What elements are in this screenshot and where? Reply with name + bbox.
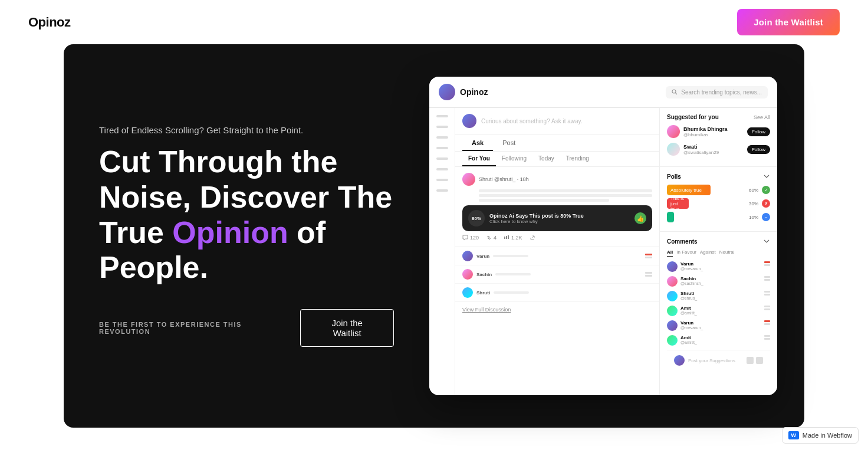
app-right-panel: Suggested for you See All Bhumika Dhingr… [659, 108, 777, 395]
suggested-name-1: Bhumika Dhingra [683, 126, 744, 132]
tab-post[interactable]: Post [493, 134, 525, 151]
follow-btn-1[interactable]: Follow [747, 127, 770, 136]
feed-tab-trending[interactable]: Trending [560, 152, 595, 166]
poll-dislike-icon-2: ✗ [762, 199, 770, 208]
suggested-avatar-1 [667, 125, 680, 138]
comment-count: 120 [470, 235, 479, 241]
poll-option-2[interactable]: This is just fake 30% ✗ [667, 198, 770, 209]
app-search-bar[interactable]: Search trending topics, news... [666, 86, 768, 99]
thread-item-2: Sachin [455, 265, 659, 284]
app-brand-name: Opinoz [460, 87, 488, 97]
suggested-user-2: Swati @swatisaliyan29 Follow [667, 143, 770, 156]
see-all-link[interactable]: See All [754, 114, 770, 120]
feed-tabs: For You Following Today Trending [455, 152, 659, 167]
share-action[interactable] [530, 235, 535, 241]
waitlist-button-header[interactable]: Join the Waitlist [737, 9, 840, 35]
comment-action[interactable]: 120 [462, 235, 479, 241]
header: Opinoz Join the Waitlist [0, 0, 868, 44]
feed-tab-for-you[interactable]: For You [462, 152, 496, 166]
comment-name-6: Amit [680, 335, 761, 340]
logo: Opinoz [28, 15, 71, 30]
poll-option-1[interactable]: Absolutely true 60% ✓ [667, 185, 770, 195]
waitlist-button-hero[interactable]: Join the Waitlist [300, 309, 394, 347]
comment-body-5: Varun @mevarun_ [680, 320, 761, 330]
svg-rect-3 [506, 236, 507, 239]
views-count: 1.2K [511, 235, 522, 241]
repost-action[interactable]: 4 [486, 235, 497, 241]
comment-tab-against[interactable]: Against [700, 248, 716, 257]
comment-name-3: Shruti [680, 291, 761, 296]
comment-body-4: Amit @amitit_ [680, 306, 761, 315]
comment-avatar-1 [667, 261, 678, 272]
hero-subtitle: Tired of Endless Scrolling? Get Straight… [99, 125, 394, 135]
comment-tab-infavour[interactable]: In Favour [676, 248, 696, 257]
suggested-info-1: Bhumika Dhingra @bhumikas [683, 126, 744, 137]
thread-line-3 [494, 291, 529, 294]
comments-collapse-icon[interactable] [763, 238, 770, 245]
thread-avatar-3 [462, 287, 473, 298]
suggested-handle-2: @swatisaliyan29 [683, 150, 744, 155]
view-discussion-link[interactable]: View Full Discussion [455, 302, 659, 317]
post-line-2 [479, 194, 652, 197]
comment-input-placeholder[interactable]: Post your Suggestions [688, 358, 743, 363]
svg-line-1 [676, 93, 678, 95]
sidebar-item-4 [436, 147, 448, 149]
hero-cta-row: BE THE FIRST TO EXPERIENCE THIS REVOLUTI… [99, 309, 394, 347]
vote-arrow-up-4 [764, 306, 770, 307]
app-sidebar [429, 108, 455, 395]
suggested-title: Suggested for you [667, 114, 719, 120]
poll-option-3[interactable]: 10% ~ [667, 212, 770, 222]
comment-avatar-2 [667, 276, 678, 287]
comment-avatar-6 [667, 335, 678, 346]
thumbs-up-icon: 👍 [634, 212, 646, 224]
thread-name-2: Sachin [476, 272, 492, 277]
comment-name-1: Varun [680, 261, 761, 267]
thread-name-1: Varun [476, 254, 489, 259]
comment-name-4: Amit [680, 306, 761, 311]
compose-area: Curious about something? Ask it away. [455, 108, 659, 134]
thread-line-2 [495, 273, 531, 275]
thread-item-3: Shruti [455, 284, 659, 302]
ai-badge[interactable]: 80% Opinoz Ai Says This post is 80% True… [462, 205, 652, 231]
post-meta: Shruti @shruti_ · 18h [479, 176, 529, 182]
feed-tab-today[interactable]: Today [532, 152, 560, 166]
webflow-icon: W [788, 431, 799, 439]
hero-title: Cut Through the Noise, Discover The True… [99, 145, 394, 285]
follow-btn-2[interactable]: Follow [747, 145, 770, 154]
app-header: Opinoz Search trending topics, news... [429, 77, 777, 108]
comment-tab-all[interactable]: All [667, 248, 673, 257]
sidebar-item-8 [436, 189, 448, 192]
compose-placeholder: Curious about something? Ask it away. [481, 118, 583, 124]
sidebar-item-3 [436, 136, 448, 139]
hero-left: Tired of Endless Scrolling? Get Straight… [99, 125, 394, 347]
vote-arrow-up-1 [764, 261, 770, 263]
comment-avatar-5 [667, 320, 678, 331]
search-placeholder: Search trending topics, news... [681, 89, 762, 96]
comments-title: Comments [667, 238, 698, 245]
attach-icon[interactable] [747, 357, 754, 364]
ask-post-tabs: Ask Post [455, 134, 659, 152]
feed-post: Shruti @shruti_ · 18h 80% Opinoz Ai Says… [455, 167, 659, 247]
vote-up-2 [645, 272, 652, 274]
polls-collapse-icon[interactable] [763, 173, 770, 180]
emoji-icon[interactable] [756, 357, 763, 364]
hero-cta-label: BE THE FIRST TO EXPERIENCE THIS REVOLUTI… [99, 321, 288, 335]
comments-tabs: All In Favour Against Neutral [667, 248, 770, 257]
sidebar-item-1 [436, 115, 448, 117]
app-brand-avatar [439, 84, 455, 100]
poll-pct-3: 10% [743, 215, 758, 220]
poll-fill-2: This is just fake [667, 198, 689, 209]
svg-rect-2 [504, 237, 505, 239]
search-icon [672, 89, 678, 95]
ai-text: Opinoz Ai Says This post is 80% True Cli… [489, 213, 630, 224]
suggested-user-1: Bhumika Dhingra @bhumikas Follow [667, 125, 770, 138]
feed-tab-following[interactable]: Following [496, 152, 532, 166]
poll-neutral-icon-3: ~ [762, 213, 770, 221]
suggested-header: Suggested for you See All [667, 114, 770, 120]
tab-ask[interactable]: Ask [462, 134, 493, 151]
vote-down-1 [645, 257, 652, 258]
comment-item-1: Varun @mevarun_ [667, 261, 770, 272]
comments-header: Comments [667, 238, 770, 245]
comment-avatar-4 [667, 306, 678, 316]
comment-tab-neutral[interactable]: Neutral [719, 248, 735, 257]
